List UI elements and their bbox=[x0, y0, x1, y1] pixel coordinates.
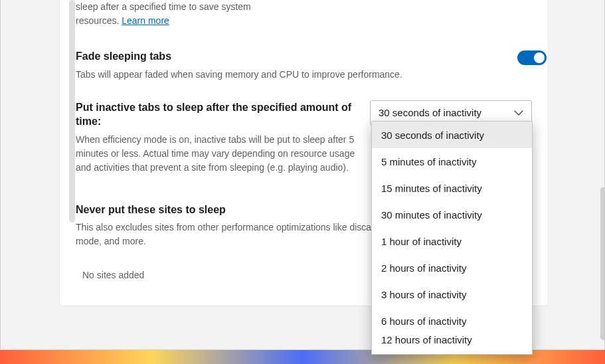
fade-title: Fade sleeping tabs bbox=[76, 49, 368, 64]
toggle-knob bbox=[534, 52, 545, 63]
sleep-after-option[interactable]: 3 hours of inactivity bbox=[372, 281, 532, 308]
panel-scrollbar[interactable] bbox=[69, 0, 75, 223]
window-scrollbar[interactable] bbox=[600, 187, 605, 340]
sleep-after-title: Put inactive tabs to sleep after the spe… bbox=[76, 100, 361, 129]
fade-toggle[interactable] bbox=[517, 50, 547, 65]
learn-more-link[interactable]: Learn more bbox=[122, 15, 169, 26]
sleep-after-option[interactable]: 12 hours of inactivity bbox=[372, 334, 532, 353]
sleep-after-dropdown[interactable]: 30 seconds of inactivity5 minutes of ina… bbox=[371, 121, 533, 355]
sleep-after-option[interactable]: 1 hour of inactivity bbox=[372, 228, 532, 254]
chevron-down-icon bbox=[514, 110, 523, 116]
sleep-after-selected-value: 30 seconds of inactivity bbox=[379, 107, 481, 118]
sleep-after-option[interactable]: 2 hours of inactivity bbox=[372, 254, 532, 281]
section-fade-sleeping-tabs: Fade sleeping tabs Tabs will appear fade… bbox=[76, 28, 532, 82]
sleep-after-option[interactable]: 30 seconds of inactivity bbox=[372, 122, 532, 148]
prev-section-desc: sleep after a specified time to save sys… bbox=[76, 0, 282, 28]
never-sleep-title: Never put these sites to sleep bbox=[76, 203, 368, 217]
sleep-after-option[interactable]: 5 minutes of inactivity bbox=[372, 148, 532, 175]
sleep-after-desc: When efficiency mode is on, inactive tab… bbox=[76, 133, 371, 175]
sleep-after-option[interactable]: 6 hours of inactivity bbox=[372, 308, 532, 334]
sleep-after-option[interactable]: 15 minutes of inactivity bbox=[372, 175, 532, 201]
sleep-after-option[interactable]: 30 minutes of inactivity bbox=[372, 201, 532, 228]
fade-desc: Tabs will appear faded when saving memor… bbox=[76, 68, 438, 82]
